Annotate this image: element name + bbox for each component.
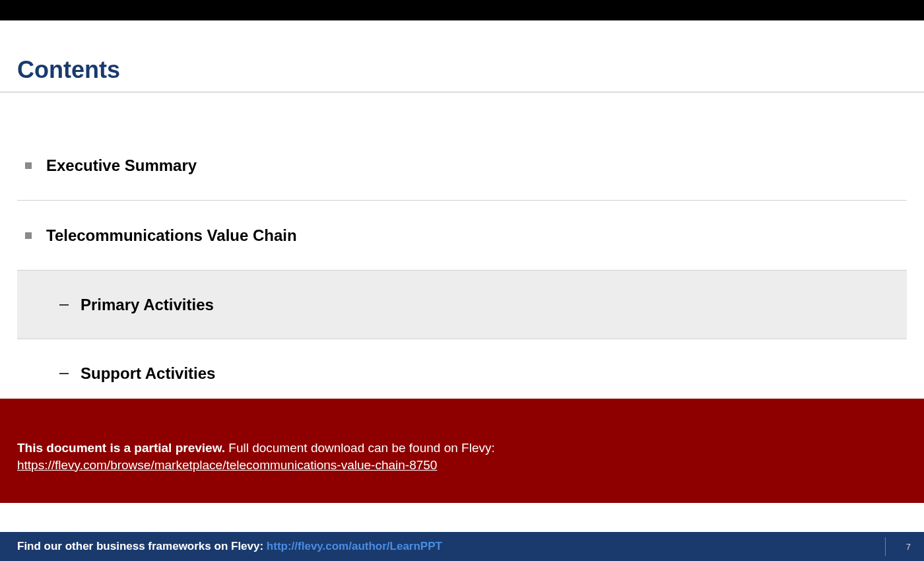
toc-item-executive-summary: Executive Summary	[17, 131, 907, 201]
toc-item-telecom-value-chain: Telecommunications Value Chain	[17, 201, 907, 271]
toc-label: Primary Activities	[81, 296, 214, 314]
footer-link[interactable]: http://flevy.com/author/LearnPPT	[267, 540, 442, 552]
toc-label: Telecommunications Value Chain	[46, 226, 297, 245]
footer-divider	[885, 537, 886, 556]
preview-rest-text: Full document download can be found on F…	[225, 441, 495, 455]
preview-bold-text: This document is a partial preview.	[17, 441, 225, 455]
footer-text: Find our other business frameworks on Fl…	[17, 540, 442, 553]
preview-link[interactable]: https://flevy.com/browse/marketplace/tel…	[17, 458, 437, 472]
toc-item-support-activities: Support Activities	[17, 339, 907, 408]
dash-bullet-icon	[59, 304, 69, 306]
toc-item-primary-activities: Primary Activities	[17, 271, 907, 339]
square-bullet-icon	[25, 162, 32, 169]
footer-bar: Find our other business frameworks on Fl…	[0, 532, 924, 561]
square-bullet-icon	[25, 232, 32, 239]
toc-label: Executive Summary	[46, 156, 197, 175]
toc: Executive Summary Telecommunications Val…	[0, 131, 924, 408]
title-block: Contents	[0, 20, 924, 92]
preview-banner: This document is a partial preview. Full…	[0, 399, 924, 503]
dash-bullet-icon	[59, 373, 69, 374]
toc-label: Support Activities	[81, 364, 215, 383]
slide: Contents Executive Summary Telecommunica…	[0, 20, 924, 541]
page-number: 7	[906, 542, 911, 552]
page-title: Contents	[17, 56, 907, 84]
